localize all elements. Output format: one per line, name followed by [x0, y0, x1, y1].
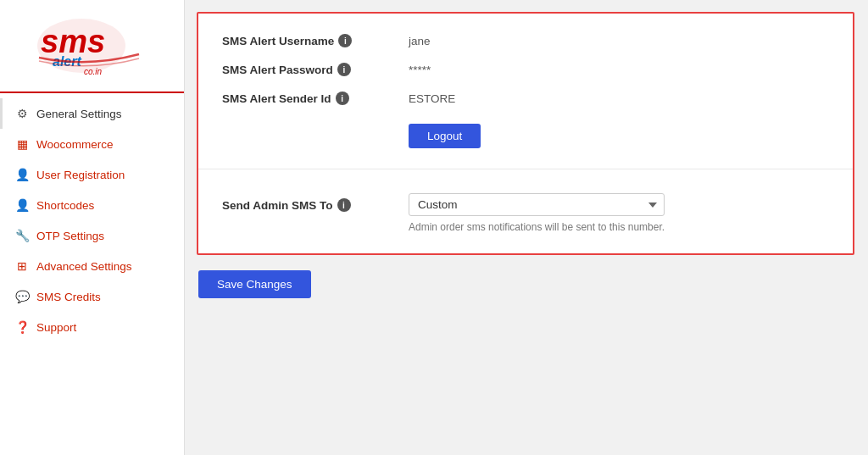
sender-id-label: SMS Alert Sender Id i [222, 92, 409, 105]
sidebar-item-label: OTP Settings [36, 230, 104, 242]
logo-area: sms alert co.in [0, 0, 184, 93]
sidebar: sms alert co.in ⚙ General Settings ▦ [0, 0, 185, 455]
sidebar-item-label: Advanced Settings [36, 260, 132, 273]
admin-sms-dropdown[interactable]: Custom Admin Other [409, 193, 665, 216]
sidebar-item-sms-credits[interactable]: 💬 SMS Credits [0, 281, 184, 312]
username-label: SMS Alert Username i [222, 34, 409, 47]
admin-sms-section: Send Admin SMS To i Custom Admin Other A… [198, 169, 853, 253]
question-icon: ❓ [14, 319, 30, 335]
sidebar-item-label: Woocommerce [36, 138, 114, 151]
admin-sms-controls: Custom Admin Other Admin order sms notif… [409, 193, 665, 233]
list-icon: ▦ [14, 136, 30, 152]
admin-sms-info-icon[interactable]: i [337, 198, 351, 212]
save-changes-button[interactable]: Save Changes [198, 270, 311, 298]
username-row: SMS Alert Username i jane [222, 34, 829, 47]
main-content: SMS Alert Username i jane SMS Alert Pass… [185, 0, 868, 455]
password-value: ***** [409, 64, 431, 76]
password-row: SMS Alert Password i ***** [222, 63, 829, 76]
admin-sms-row: Send Admin SMS To i Custom Admin Other A… [222, 190, 829, 233]
shortcode-icon: 👤 [14, 197, 30, 213]
sidebar-item-label: User Registration [36, 169, 125, 181]
sidebar-item-user-registration[interactable]: 👤 User Registration [0, 159, 184, 190]
footer-bar: Save Changes [185, 255, 868, 314]
sidebar-nav: ⚙ General Settings ▦ Woocommerce 👤 User … [0, 93, 184, 342]
sidebar-item-general-settings[interactable]: ⚙ General Settings [0, 98, 184, 129]
chat-icon: 💬 [14, 289, 30, 304]
sender-id-value: ESTORE [409, 92, 455, 105]
password-info-icon[interactable]: i [337, 63, 351, 76]
settings-panel: SMS Alert Username i jane SMS Alert Pass… [197, 12, 854, 255]
sidebar-item-advanced-settings[interactable]: ⊞ Advanced Settings [0, 251, 184, 281]
credentials-section: SMS Alert Username i jane SMS Alert Pass… [198, 14, 853, 169]
sender-id-info-icon[interactable]: i [336, 92, 349, 105]
sidebar-item-label: Support [36, 321, 76, 334]
sidebar-item-otp-settings[interactable]: 🔧 OTP Settings [0, 220, 184, 251]
username-value: jane [409, 35, 431, 47]
sender-id-row: SMS Alert Sender Id i ESTORE [222, 92, 829, 105]
password-label: SMS Alert Password i [222, 63, 409, 76]
svg-text:co.in: co.in [84, 67, 103, 75]
sliders-icon: ⊞ [14, 258, 30, 274]
wrench-icon: 🔧 [14, 228, 30, 243]
logout-row: Logout [222, 120, 829, 148]
sidebar-item-shortcodes[interactable]: 👤 Shortcodes [0, 190, 184, 220]
sidebar-item-woocommerce[interactable]: ▦ Woocommerce [0, 129, 184, 159]
sms-alert-logo: sms alert co.in [37, 17, 147, 75]
sidebar-item-label: SMS Credits [36, 291, 101, 303]
sidebar-item-label: Shortcodes [36, 199, 94, 212]
username-info-icon[interactable]: i [338, 34, 352, 47]
user-icon: 👤 [14, 167, 30, 182]
admin-sms-hint: Admin order sms notifications will be se… [409, 221, 665, 233]
sidebar-item-label: General Settings [36, 108, 122, 120]
logout-button[interactable]: Logout [409, 124, 481, 148]
gear-icon: ⚙ [14, 106, 30, 121]
sidebar-item-support[interactable]: ❓ Support [0, 312, 184, 342]
admin-sms-label: Send Admin SMS To i [222, 193, 409, 212]
